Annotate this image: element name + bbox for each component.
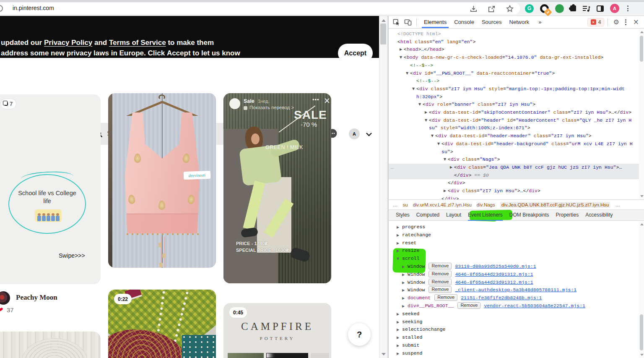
expand-arrow-icon[interactable]: ▶ — [425, 109, 427, 117]
browser-profile-avatar[interactable]: A — [610, 4, 619, 13]
privacy-policy-link[interactable]: Privacy Policy — [44, 39, 92, 47]
settings-gear-icon[interactable]: ⚙ — [611, 18, 621, 26]
code-line[interactable]: ▼<div role="banner" class="zI7 iyn Hsu"> — [389, 101, 639, 109]
expand-arrow-icon[interactable]: ▶ — [397, 334, 402, 342]
url-text[interactable]: in.pinterest.com — [13, 5, 54, 11]
expand-arrow-icon[interactable]: ▶ — [400, 46, 402, 54]
terms-of-service-link[interactable]: Terms of Service — [109, 39, 166, 47]
code-line[interactable]: ▶<div class="zI7 iyn Hsu">…</div> — [389, 187, 639, 195]
scroll-down-arrow[interactable] — [640, 354, 644, 356]
remove-button[interactable]: Remove — [428, 286, 452, 293]
collapse-arrow-icon[interactable]: ▼ — [412, 85, 415, 93]
expand-arrow-icon[interactable]: ▶ — [397, 319, 402, 327]
save-download-icon[interactable] — [470, 5, 478, 13]
side-panel-icon[interactable] — [597, 5, 604, 12]
code-line[interactable]: ▼<div class="Nags"> — [389, 156, 639, 164]
listener-owner[interactable]: Window — [408, 280, 425, 285]
expand-arrow-icon[interactable]: ▶ — [402, 287, 408, 295]
collapse-arrow-icon[interactable]: ▼ — [425, 117, 427, 125]
board-owner-name[interactable]: Peachy Moon — [16, 293, 57, 302]
breadcrumb-item[interactable]: div.Jea.QDA.UNK.b8T.ccF.gjz.hUC.jzS.zI7.… — [500, 202, 610, 208]
sidebar-tab-dom-breakpoints[interactable]: DOM Breakpoints — [509, 209, 549, 221]
scroll-down-arrow[interactable] — [640, 195, 644, 197]
address-bar[interactable]: in.pinterest.com — [0, 3, 520, 14]
remove-button[interactable]: Remove — [434, 294, 457, 301]
page-scrollbar[interactable] — [379, 16, 387, 358]
code-line[interactable]: <!--$--> — [389, 77, 639, 85]
expand-arrow-icon[interactable]: ▶ — [444, 187, 446, 195]
source-link[interactable]: 21151-fe38f1fe2db8248b.mjs:1 — [461, 295, 542, 301]
expand-arrow-icon[interactable]: ▶ — [402, 295, 408, 303]
breadcrumb-item[interactable]: div.Nags — [477, 202, 495, 207]
pin-campfire-pottery[interactable]: 0:45 CAMPFIRE POTTERY — [223, 303, 331, 358]
scrollbar-thumb[interactable] — [380, 24, 386, 44]
scroll-up-arrow[interactable] — [640, 223, 644, 225]
collapse-arrow-icon[interactable]: ▼ — [437, 140, 440, 148]
elements-scrollbar[interactable] — [639, 29, 644, 199]
expand-arrow-icon[interactable]: ▶ — [397, 342, 402, 350]
breadcrumb-item[interactable]: su — [403, 202, 408, 207]
remove-button[interactable]: Remove — [428, 271, 452, 277]
reading-list-icon[interactable] — [582, 5, 590, 12]
pin-school-life[interactable]: 7 School life vs Collegelife Swipe>>> — [0, 94, 101, 284]
site-info-icon[interactable] — [0, 5, 3, 12]
code-line[interactable]: ▼<div data-test-id="header" id="HeaderCo… — [389, 117, 639, 132]
remove-button[interactable]: Remove — [457, 302, 480, 309]
code-line[interactable]: </div> — [389, 195, 639, 199]
scroll-down-arrow[interactable] — [382, 353, 386, 355]
more-tabs-chevron[interactable]: » — [535, 16, 545, 28]
expand-arrow-icon[interactable]: ▶ — [397, 350, 402, 358]
event-ratechange[interactable]: ▶ratechange — [389, 231, 639, 239]
event-stalled[interactable]: ▶stalled — [389, 334, 639, 342]
sidebar-tab-properties[interactable]: Properties — [556, 209, 579, 221]
listener-owner[interactable]: document — [408, 295, 431, 301]
event-seeking[interactable]: ▶seeking — [389, 318, 639, 326]
code-line[interactable]: <!DOCTYPE html> — [389, 30, 639, 38]
code-line[interactable]: ▼<body data-new-gr-c-s-check-loaded="14.… — [389, 54, 639, 62]
extensions-puzzle-icon[interactable] — [570, 5, 576, 11]
breadcrumb-item[interactable]: div.urM.xcv.L4E.zI7.iyn.Hsu — [413, 202, 472, 207]
expand-arrow-icon[interactable]: ▶ — [397, 232, 402, 240]
source-link[interactable]: 83119-d88a93d525a540d0.mjs:1 — [455, 264, 536, 269]
devtools-tab-elements[interactable]: Elements — [420, 16, 450, 28]
extension-with-badge[interactable]: 3 — [540, 4, 549, 13]
breadcrumb-item[interactable]: … — [393, 202, 398, 207]
pin-white-texture[interactable] — [0, 332, 101, 358]
collapse-arrow-icon[interactable]: ▼ — [397, 255, 402, 263]
source-link[interactable]: vendor-react-5b503604a5e22547.mjs:1 — [484, 303, 585, 308]
code-line[interactable]: ▼<div id="__PWS_ROOT__" data-reactcontai… — [389, 70, 639, 78]
collapse-arrow-icon[interactable]: ▼ — [400, 54, 402, 62]
story-author[interactable]: Sale — [244, 98, 254, 104]
sidebar-tab-event-listeners[interactable]: Event Listeners — [468, 209, 503, 221]
device-toolbar-icon[interactable] — [403, 18, 413, 27]
sidebar-tab-styles[interactable]: Styles — [396, 209, 410, 221]
event-seeked[interactable]: ▶seeked — [389, 310, 639, 318]
code-line[interactable]: ▼<div data-test-id="header-Header" class… — [389, 132, 639, 140]
expand-arrow-icon[interactable]: ▶ — [397, 247, 402, 255]
source-link[interactable]: 4646-8f65a44d23d91312.mjs:1 — [455, 280, 533, 285]
collapse-arrow-icon[interactable]: ▼ — [418, 101, 421, 109]
expand-arrow-icon[interactable]: ▶ — [397, 240, 402, 248]
collapse-arrow-icon[interactable]: ▼ — [444, 156, 446, 164]
expand-arrow-icon[interactable]: ▶ — [402, 263, 408, 271]
code-line[interactable]: ▶…<div class="Jea QDA UNK b8T ccF gjz hU… — [389, 164, 639, 179]
story-avatar[interactable] — [229, 98, 240, 109]
listener-owner[interactable]: Window — [408, 264, 425, 269]
bookmark-star-icon[interactable] — [506, 5, 514, 13]
code-line[interactable]: <!--$--> — [389, 62, 639, 70]
listener-owner[interactable]: div#__PWS_ROOT__ — [408, 303, 454, 308]
code-line[interactable]: ▶<div data-test-id="skipToContentContain… — [389, 109, 639, 117]
board-owner-avatar[interactable] — [0, 291, 10, 305]
collapse-arrow-icon[interactable]: ▼ — [431, 132, 434, 140]
expand-arrow-icon[interactable]: ▶ — [450, 164, 452, 172]
grammarly-extension-icon[interactable]: G — [525, 4, 534, 13]
listener-owner[interactable]: Window — [408, 287, 425, 293]
sidebar-tab-accessibility[interactable]: Accessibility — [585, 209, 613, 221]
breadcrumb-item[interactable]: … — [615, 202, 620, 207]
show-translation-link[interactable]: Показать перевод > — [249, 105, 294, 110]
expand-arrow-icon[interactable]: ▶ — [397, 224, 402, 232]
expand-arrow-icon[interactable]: ▶ — [402, 279, 408, 287]
browser-menu-icon[interactable] — [626, 5, 630, 12]
pin-craft-video[interactable]: 0:22 — [108, 290, 216, 358]
event-progress[interactable]: ▶progress — [389, 223, 639, 231]
